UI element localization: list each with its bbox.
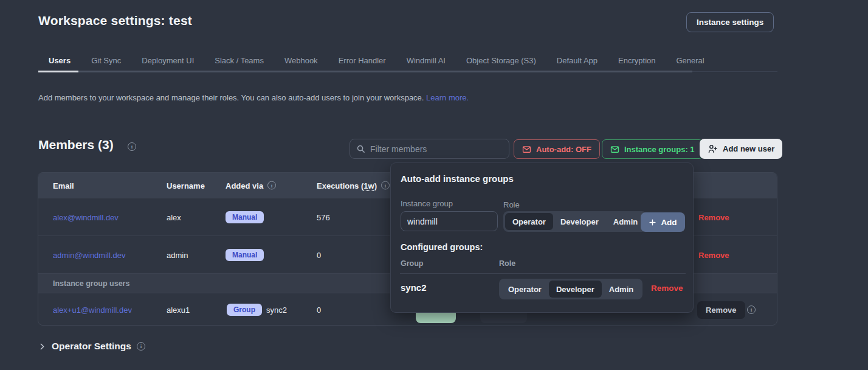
added-via-badge: Manual: [226, 211, 264, 223]
remove-member-button[interactable]: Remove: [698, 212, 729, 222]
section-label: Instance group users: [53, 279, 129, 288]
role-option-admin[interactable]: Admin: [602, 281, 641, 298]
members-info-icon[interactable]: i: [128, 142, 136, 151]
member-executions: 0: [317, 250, 321, 259]
row-info-icon[interactable]: i: [747, 305, 756, 314]
mail-icon: [610, 145, 619, 154]
popup-divider: [400, 273, 686, 274]
tab-general[interactable]: General: [666, 55, 714, 71]
member-group-name: sync2: [266, 305, 287, 315]
tab-webhook[interactable]: Webhook: [274, 55, 328, 71]
executions-info-icon[interactable]: i: [381, 181, 390, 190]
member-username: alex: [167, 212, 181, 222]
instance-settings-button[interactable]: Instance settings: [686, 12, 774, 32]
role-segmented-control: Operator Developer Admin: [503, 211, 647, 232]
chevron-right-icon: [38, 343, 46, 351]
operator-settings-toggle[interactable]: Operator Settings i: [38, 341, 145, 352]
role-option-admin[interactable]: Admin: [606, 213, 645, 230]
configured-group-name: sync2: [401, 282, 427, 293]
filter-members-searchbox[interactable]: [350, 139, 509, 159]
auto-add-button[interactable]: Auto-add: OFF: [514, 139, 600, 159]
add-new-user-label: Add new user: [723, 144, 774, 153]
added-via-badge: Manual: [226, 249, 264, 261]
member-executions: 576: [317, 212, 330, 222]
description-text: Add members to your workspace and manage…: [38, 93, 424, 102]
configured-groups-heading: Configured groups:: [401, 242, 483, 252]
workspace-settings-page: Workspace settings: test Instance settin…: [0, 0, 868, 370]
group-column-header: Group: [401, 259, 424, 268]
col-header-executions: Executions (1w) i: [317, 181, 390, 190]
col-header-added-via: Added via i: [226, 181, 276, 190]
auto-add-instance-groups-popup: Auto-add instance groups Instance group …: [390, 162, 694, 313]
col-header-username: Username: [167, 181, 205, 190]
member-email-link[interactable]: alex@windmill.dev: [53, 212, 119, 222]
member-email-link[interactable]: alex+u1@windmill.dev: [53, 305, 132, 315]
col-header-email: Email: [53, 181, 74, 190]
plus-icon: [649, 218, 656, 226]
instance-groups-button[interactable]: Instance groups: 1: [602, 139, 703, 159]
auto-add-label: Auto-add: OFF: [536, 145, 591, 154]
tab-deployment-ui[interactable]: Deployment UI: [131, 55, 204, 71]
role-option-developer[interactable]: Developer: [549, 281, 602, 298]
tab-encryption[interactable]: Encryption: [608, 55, 666, 71]
executions-label-prefix: Executions (: [317, 181, 363, 190]
remove-member-button[interactable]: Remove: [698, 250, 729, 259]
add-group-button[interactable]: Add: [641, 212, 685, 232]
tab-error-handler[interactable]: Error Handler: [328, 55, 396, 71]
role-option-operator[interactable]: Operator: [501, 281, 549, 298]
tab-git-sync[interactable]: Git Sync: [81, 55, 131, 71]
search-icon: [356, 144, 365, 153]
operator-settings-label: Operator Settings: [52, 341, 131, 352]
tab-object-storage[interactable]: Object Storage (S3): [456, 55, 546, 71]
mail-icon: [522, 145, 531, 154]
tabbar-underline-track: [38, 71, 692, 72]
executions-window: 1w: [363, 181, 374, 190]
executions-label-suffix: ): [374, 181, 377, 190]
tab-windmill-ai[interactable]: Windmill AI: [396, 55, 456, 71]
remove-group-button[interactable]: Remove: [651, 284, 683, 293]
tab-slack-teams[interactable]: Slack / Teams: [204, 55, 274, 71]
role-option-developer[interactable]: Developer: [553, 213, 606, 230]
role-label: Role: [503, 200, 520, 209]
page-title: Workspace settings: test: [38, 13, 192, 28]
member-username: admin: [167, 250, 188, 259]
instance-groups-label: Instance groups: 1: [624, 145, 695, 154]
added-via-label: Added via: [226, 181, 263, 190]
add-group-label: Add: [661, 218, 677, 227]
member-email-link[interactable]: admin@windmill.dev: [53, 250, 125, 259]
added-via-info-icon[interactable]: i: [267, 181, 276, 190]
add-new-user-button[interactable]: Add new user: [700, 139, 782, 159]
members-description: Add members to your workspace and manage…: [38, 93, 469, 102]
member-username: alexu1: [167, 305, 190, 315]
person-plus-icon: [708, 144, 718, 154]
learn-more-link[interactable]: Learn more.: [426, 93, 469, 102]
tab-default-app[interactable]: Default App: [546, 55, 608, 71]
settings-tabbar: Users Git Sync Deployment UI Slack / Tea…: [38, 55, 715, 71]
tabbar-border-extension: [692, 71, 777, 72]
tab-users[interactable]: Users: [38, 55, 81, 71]
role-option-operator[interactable]: Operator: [505, 213, 553, 230]
tabbar-active-indicator: [38, 71, 78, 72]
configured-role-segmented-control: Operator Developer Admin: [499, 279, 642, 299]
operator-settings-info-icon[interactable]: i: [137, 342, 145, 351]
member-executions: 0: [317, 305, 321, 315]
role-column-header: Role: [499, 259, 515, 268]
instance-group-label: Instance group: [401, 199, 453, 208]
instance-group-input[interactable]: [401, 211, 498, 231]
remove-member-button[interactable]: Remove: [697, 301, 745, 319]
filter-members-input[interactable]: [370, 144, 492, 154]
added-via-badge: Group: [227, 304, 262, 316]
popup-title: Auto-add instance groups: [401, 173, 514, 184]
members-heading: Members (3): [38, 138, 114, 152]
